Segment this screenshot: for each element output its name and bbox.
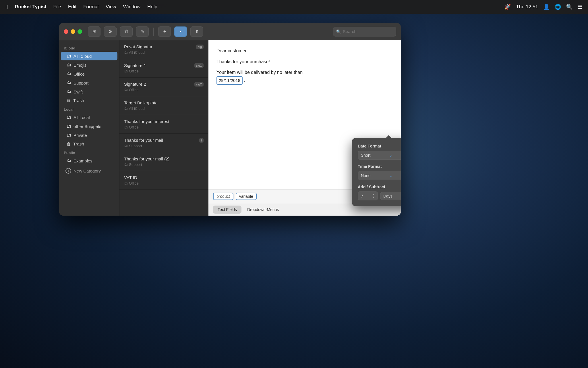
snippet-vat-id[interactable]: VAT ID 🗂 Office xyxy=(119,171,208,190)
new-category-label: New Category xyxy=(74,168,101,173)
user-icon[interactable]: 👤 xyxy=(543,4,550,10)
search-input[interactable] xyxy=(343,29,393,34)
snippet-privat-signatur[interactable]: Privat Signatur sig 🗂 All iCloud xyxy=(119,40,208,59)
sidebar-section-local: Local xyxy=(59,105,119,113)
search-bar[interactable]: 🔍 xyxy=(333,27,396,37)
folder-icon: 🗂 xyxy=(67,62,71,68)
sidebar-item-label: All Local xyxy=(74,115,90,120)
menubar:  Rocket Typist File Edit Format View Wi… xyxy=(0,0,588,14)
snippet-folder: 🗂 Support xyxy=(124,144,204,148)
list-icon[interactable]: ☰ xyxy=(578,4,582,10)
snippet-header: Thanks for your mail (2) xyxy=(124,156,204,161)
snippet-signature-2[interactable]: Signature 2 sig2 🗂 Office xyxy=(119,78,208,96)
delete-button[interactable]: 🗑 xyxy=(120,26,133,37)
search-menubar-icon[interactable]: 🔍 xyxy=(566,4,572,10)
sidebar-item-trash-local[interactable]: 🗑 Trash xyxy=(61,140,117,148)
sidebar-item-private[interactable]: 🗂 Private xyxy=(61,131,117,139)
menu-view[interactable]: View xyxy=(106,4,116,10)
folder-icon: 🗂 xyxy=(67,124,71,129)
variable-chip-variable[interactable]: variable xyxy=(236,193,257,200)
sidebar-item-emojis[interactable]: 🗂 Emojis xyxy=(61,61,117,69)
sidebar-item-label: Private xyxy=(74,133,87,138)
menu-window[interactable]: Window xyxy=(123,4,140,10)
snippet-folder: 🗂 Office xyxy=(124,125,204,129)
snippet-thanks-interest[interactable]: Thanks for your interest 🗂 Office xyxy=(119,115,208,134)
snippet-folder: 🗂 Support xyxy=(124,162,204,167)
date-token[interactable]: 29/11/2018 xyxy=(216,76,243,85)
tab-dropdown-menus[interactable]: Dropdown-Menus xyxy=(243,206,284,214)
snippet-signature-1[interactable]: Signature 1 sig1 🗂 Office xyxy=(119,59,208,78)
number-value: 7 xyxy=(361,194,363,198)
time-format-select[interactable]: None ⌄ xyxy=(358,171,401,180)
folder-icon: 🗂 xyxy=(67,133,71,138)
snippet-header: VAT ID xyxy=(124,175,204,180)
settings-button[interactable]: ⚙ xyxy=(104,26,117,37)
tab-text-fields[interactable]: Text Fields xyxy=(213,206,241,214)
view-toggle-button[interactable]: ▪ xyxy=(174,26,187,37)
folder-small-icon: 🗂 xyxy=(124,69,128,73)
folder-icon: 🗂 xyxy=(67,158,71,163)
rocket-icon[interactable]: 🚀 xyxy=(504,4,511,10)
trash-icon: 🗑 xyxy=(67,141,71,146)
sidebar-item-all-icloud[interactable]: 🗂 All iCloud xyxy=(61,52,117,60)
folder-icon: 🗂 xyxy=(67,80,71,85)
detail-pane: Dear customer, Thanks for your purchase!… xyxy=(208,40,401,216)
stepper-up[interactable]: ▲ xyxy=(372,193,375,196)
snippet-thanks-mail-2[interactable]: Thanks for your mail (2) 🗂 Support xyxy=(119,152,208,171)
menu-help[interactable]: Help xyxy=(147,4,157,10)
snippet-thanks-mail[interactable]: Thanks for your mail t 🗂 Support xyxy=(119,134,208,152)
sidebar-item-examples[interactable]: 🗂 Examples xyxy=(61,156,117,165)
stepper-down[interactable]: ▼ xyxy=(372,196,375,199)
sidebar-item-label: other Snippets xyxy=(74,124,101,129)
globe-icon[interactable]: 🌐 xyxy=(555,4,561,10)
folder-small-icon: 🗂 xyxy=(124,50,128,55)
folder-icon: 🗂 xyxy=(67,89,71,94)
number-stepper[interactable]: 7 ▲ ▼ xyxy=(358,191,378,200)
apple-menu[interactable]:  xyxy=(6,4,8,10)
snippet-title: Thanks for your mail xyxy=(124,138,163,143)
sidebar-item-label: Swift xyxy=(74,89,83,94)
snippet-title: Thanks for your mail (2) xyxy=(124,156,169,161)
gear-icon: ⚙ xyxy=(108,29,112,34)
snippet-folder: 🗂 Office xyxy=(124,69,204,73)
minimize-button[interactable] xyxy=(71,29,75,34)
sidebar-item-trash-icloud[interactable]: 🗑 Trash xyxy=(61,96,117,105)
variable-chip-product[interactable]: product xyxy=(213,193,233,200)
preview-line-3: Your item will be delivered by no later … xyxy=(216,69,393,85)
edit-button[interactable]: ✎ xyxy=(136,26,149,37)
sidebar-item-support[interactable]: 🗂 Support xyxy=(61,78,117,87)
folder-small-icon: 🗂 xyxy=(124,162,128,167)
new-category-button[interactable]: + New Category xyxy=(61,166,117,175)
menu-file[interactable]: File xyxy=(53,4,61,10)
snippet-target-boilerplate[interactable]: Target Boilerplate 🗂 All iCloud xyxy=(119,96,208,115)
snippet-title: VAT ID xyxy=(124,175,137,180)
sidebar-item-all-local[interactable]: 🗂 All Local xyxy=(61,113,117,122)
maximize-button[interactable] xyxy=(78,29,82,34)
chevron-down-icon: ⌄ xyxy=(389,173,401,178)
sidebar-section-icloud: iCloud xyxy=(59,44,119,51)
folder-icon: 🗂 xyxy=(67,53,71,59)
close-button[interactable] xyxy=(64,29,68,34)
unit-select[interactable]: Days ⌄ xyxy=(380,192,401,200)
stepper-controls: ▲ ▼ xyxy=(372,193,375,199)
add-subtract-row: 7 ▲ ▼ Days ⌄ xyxy=(358,191,401,200)
sidebar-item-office[interactable]: 🗂 Office xyxy=(61,70,117,78)
toolbar-separator-1 xyxy=(153,28,154,36)
folder-small-icon: 🗂 xyxy=(124,88,128,92)
app-name[interactable]: Rocket Typist xyxy=(15,4,46,10)
sidebar-item-swift[interactable]: 🗂 Swift xyxy=(61,87,117,96)
folder-small-icon: 🗂 xyxy=(124,106,128,111)
menu-format[interactable]: Format xyxy=(83,4,99,10)
magic-button[interactable]: ✦ xyxy=(158,26,171,37)
snippet-header: Privat Signatur sig xyxy=(124,44,204,49)
menu-edit[interactable]: Edit xyxy=(68,4,76,10)
preview-line-1: Dear customer, xyxy=(216,47,393,55)
sidebar-item-label: Emojis xyxy=(74,63,86,68)
date-format-select[interactable]: Short ⌄ xyxy=(358,151,401,160)
snippet-folder: 🗂 All iCloud xyxy=(124,106,204,111)
snippet-folder: 🗂 Office xyxy=(124,88,204,92)
sidebar-toggle-button[interactable]: ⊞ xyxy=(88,26,100,37)
sidebar-item-other-snippets[interactable]: 🗂 other Snippets xyxy=(61,122,117,131)
share-button[interactable]: ⬆ xyxy=(190,26,203,37)
folder-small-icon: 🗂 xyxy=(124,181,128,185)
